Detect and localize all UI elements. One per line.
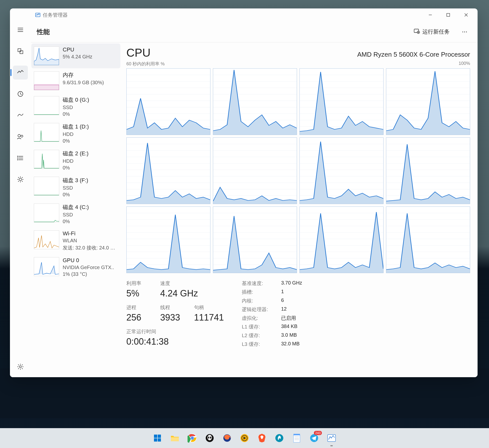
perf-item-wi-fi[interactable]: Wi-FiWLAN发送: 32.0 接收: 24.0 Kbps xyxy=(31,227,120,254)
thumb-graph xyxy=(34,150,59,169)
cpu-core-chart xyxy=(126,68,210,135)
cpu-core-chart xyxy=(213,206,297,273)
explorer-icon[interactable] xyxy=(168,431,182,445)
axis-right-label: 100% xyxy=(459,61,470,67)
phoenix-icon[interactable] xyxy=(273,431,286,445)
svg-point-20 xyxy=(19,366,21,368)
notepad-icon[interactable] xyxy=(290,431,303,445)
cpu-core-chart xyxy=(299,206,384,273)
chrome-icon[interactable] xyxy=(186,431,199,445)
stat-句柄: 句柄111741 xyxy=(194,304,224,323)
thumb-graph xyxy=(34,71,59,90)
hamburger-button[interactable] xyxy=(13,23,28,37)
task-manager-window: 任务管理器 性能 运行新任务 xyxy=(10,8,478,377)
svg-rect-27 xyxy=(154,438,157,442)
svg-rect-44 xyxy=(293,434,300,435)
titlebar[interactable]: 任务管理器 xyxy=(10,8,478,21)
nav-history[interactable] xyxy=(13,87,28,101)
aimp-icon[interactable] xyxy=(238,431,251,445)
svg-point-37 xyxy=(210,437,211,439)
svg-point-16 xyxy=(17,156,18,157)
perf-item--[interactable]: 内存9.6/31.9 GB (30%) xyxy=(31,68,120,93)
perf-item--4-c-[interactable]: 磁盘 4 (C:)SSD0% xyxy=(31,201,120,227)
cpu-core-chart xyxy=(386,68,470,135)
settings-button[interactable] xyxy=(13,360,28,374)
svg-point-12 xyxy=(21,135,23,137)
nav-performance[interactable] xyxy=(13,66,28,80)
thumb-graph xyxy=(34,96,59,115)
svg-rect-43 xyxy=(293,435,300,442)
run-task-icon xyxy=(413,28,420,36)
perf-item--1-d-[interactable]: 磁盘 1 (D:)HDD0% xyxy=(31,120,120,147)
svg-rect-29 xyxy=(171,437,179,441)
page-title: 性能 xyxy=(37,28,50,36)
perf-item-cpu[interactable]: CPU5% 4.24 GHz xyxy=(31,43,120,68)
cpu-model: AMD Ryzen 5 5600X 6-Core Processor xyxy=(357,51,470,58)
perf-item--2-e-[interactable]: 磁盘 2 (E:)HDD0% xyxy=(31,147,120,174)
svg-point-11 xyxy=(18,134,20,137)
perf-item--3-f-[interactable]: 磁盘 3 (F:)SSD0% xyxy=(31,174,120,201)
taskbar[interactable]: 243 xyxy=(0,428,489,448)
telegram-badge: 243 xyxy=(314,431,322,435)
performance-sidebar: CPU5% 4.24 GHz内存9.6/31.9 GB (30%)磁盘 0 (G… xyxy=(31,42,122,377)
svg-rect-2 xyxy=(447,13,450,16)
brave-icon[interactable] xyxy=(255,431,269,445)
cpu-core-chart xyxy=(299,137,384,204)
app-icon xyxy=(35,12,41,18)
thumb-graph xyxy=(34,123,59,142)
svg-rect-9 xyxy=(20,51,23,54)
run-new-task-button[interactable]: 运行新任务 xyxy=(410,26,453,38)
cpu-core-chart xyxy=(386,137,470,204)
svg-rect-26 xyxy=(158,435,161,438)
cpu-core-chart xyxy=(299,68,384,135)
nav-processes[interactable] xyxy=(13,44,28,58)
cpu-core-chart xyxy=(386,206,470,273)
stat-线程: 线程3933 xyxy=(160,304,185,323)
content-header: 性能 运行新任务 ⋯ xyxy=(31,21,478,42)
telegram-icon[interactable]: 243 xyxy=(307,431,321,445)
uptime: 正常运行时间0:00:41:38 xyxy=(126,328,224,347)
close-button[interactable] xyxy=(457,8,475,21)
svg-rect-25 xyxy=(154,435,157,438)
detail-title: CPU xyxy=(126,46,150,59)
svg-rect-28 xyxy=(158,438,161,442)
alien-icon[interactable] xyxy=(203,431,216,445)
cpu-core-chart xyxy=(126,206,210,273)
svg-point-18 xyxy=(17,160,18,160)
thumb-graph xyxy=(34,177,59,196)
thumb-graph xyxy=(34,204,59,222)
cpu-core-chart xyxy=(213,137,297,204)
nav-services[interactable] xyxy=(13,172,28,186)
cpu-core-chart xyxy=(126,137,210,204)
cpu-detail-pane: CPU AMD Ryzen 5 5600X 6-Core Processor 6… xyxy=(122,42,478,377)
nav-startup[interactable] xyxy=(13,108,28,122)
svg-point-36 xyxy=(208,437,209,439)
perf-item--0-g-[interactable]: 磁盘 0 (G:)SSD0% xyxy=(31,93,120,120)
svg-point-33 xyxy=(191,437,194,439)
svg-point-19 xyxy=(19,178,22,181)
nav-users[interactable] xyxy=(13,130,28,144)
more-button[interactable]: ⋯ xyxy=(459,26,471,38)
minimize-button[interactable] xyxy=(421,8,439,21)
stat-进程: 进程256 xyxy=(126,304,151,323)
firefox-icon[interactable] xyxy=(220,431,234,445)
cpu-core-grid[interactable] xyxy=(126,68,470,273)
perf-item-gpu-0[interactable]: GPU 0NVIDIA GeForce GTX..1% (33 °C) xyxy=(31,254,120,280)
thumb-graph xyxy=(34,257,59,276)
svg-point-17 xyxy=(17,158,18,158)
nav-rail xyxy=(10,21,31,377)
start-button[interactable] xyxy=(151,431,164,445)
task-manager-icon[interactable] xyxy=(325,431,338,445)
svg-rect-8 xyxy=(18,49,21,52)
thumb-graph xyxy=(34,46,59,65)
nav-details[interactable] xyxy=(13,151,28,165)
maximize-button[interactable] xyxy=(439,8,457,21)
axis-left-label: 60 秒内的利用率 % xyxy=(126,61,165,67)
stat-利用率: 利用率5% xyxy=(126,280,151,299)
cpu-core-chart xyxy=(213,68,297,135)
app-title: 任务管理器 xyxy=(43,12,68,18)
stat-速度: 速度4.24 GHz xyxy=(160,280,198,299)
thumb-graph xyxy=(34,230,59,249)
